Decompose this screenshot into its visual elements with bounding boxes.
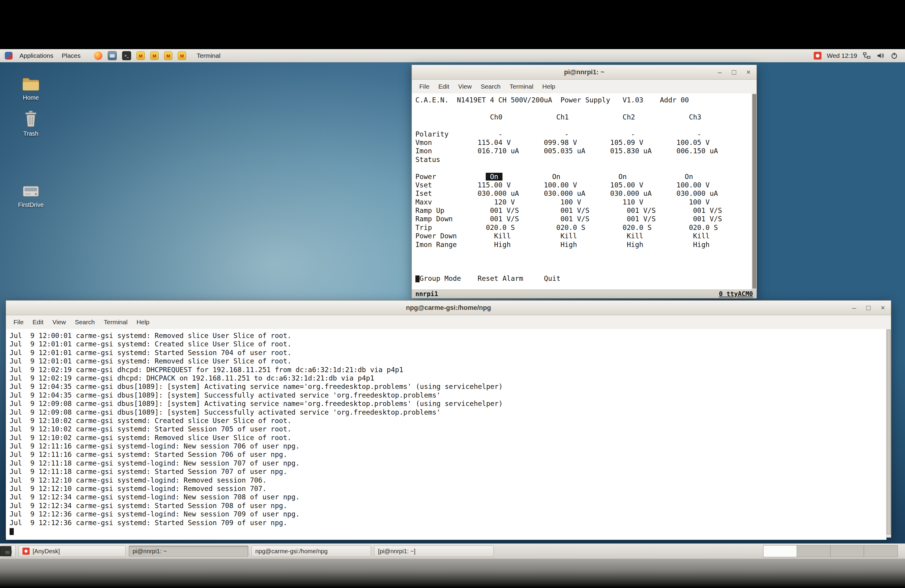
terminal-line (415, 121, 752, 130)
workspace-1[interactable] (764, 545, 797, 557)
terminal-line: Jul 9 12:02:19 carme-gsi dhcpd: DHCPACK … (10, 374, 886, 382)
terminal-line (415, 104, 752, 113)
terminal-line (415, 257, 752, 265)
status-host: nnrpi1 (415, 291, 438, 297)
desktop-icon-home[interactable]: Home (8, 77, 53, 101)
volume-icon[interactable] (876, 51, 884, 60)
maximize-button[interactable]: □ (732, 65, 736, 79)
minimize-button[interactable]: – (718, 65, 722, 79)
terminal-line: Jul 9 12:10:02 carme-gsi systemd: Remove… (10, 434, 886, 442)
m-app-launcher-icon-2[interactable]: M (150, 51, 159, 60)
clock[interactable]: Wed 12:19 (827, 52, 857, 59)
distro-menu-icon[interactable] (5, 52, 13, 60)
terminal-line: Jul 9 12:12:34 carme-gsi systemd-logind:… (10, 493, 886, 501)
taskbar-item-pi-nnrpi1-minimized[interactable]: [pi@nnrpi1: ~] (374, 545, 494, 557)
terminal-line: Trip 020.0 S 020.0 S 020.0 S 020.0 S (415, 223, 752, 232)
m-app-launcher-icon-4[interactable]: M (178, 51, 186, 60)
menu-file[interactable]: File (415, 83, 434, 90)
system-tray: Wed 12:19 (814, 51, 905, 60)
taskbar-item-label: npg@carme-gsi:/home/npg (255, 548, 328, 555)
terminal-line: Jul 9 12:01:01 carme-gsi systemd: Create… (10, 340, 886, 348)
menu-help[interactable]: Help (538, 83, 560, 90)
terminal-line: Jul 9 12:11:18 carme-gsi systemd: Starte… (10, 467, 886, 476)
m-app-launcher-icon-3[interactable]: M (164, 51, 172, 60)
desktop-icon-label: FirstDrive (18, 202, 44, 208)
terminal-line: Jul 9 12:01:01 carme-gsi systemd: Starte… (10, 348, 886, 357)
terminal-line: Jul 9 12:01:01 carme-gsi systemd: Remove… (10, 357, 886, 365)
menu-view[interactable]: View (48, 319, 70, 326)
files-launcher-icon[interactable] (108, 51, 117, 60)
close-button[interactable]: × (746, 65, 751, 79)
terminal-line: Power On On On On (415, 172, 752, 181)
terminal-screen[interactable]: C.A.E.N. N1419ET 4 CH 500V/200uA Power S… (412, 94, 752, 284)
maximize-button[interactable]: □ (866, 300, 870, 315)
scrollbar[interactable] (752, 94, 757, 290)
menu-edit[interactable]: Edit (28, 319, 48, 326)
terminal-line: Jul 9 12:10:02 carme-gsi systemd: Create… (10, 416, 886, 425)
terminal-line: Jul 9 12:11:16 carme-gsi systemd: Starte… (10, 450, 886, 459)
terminal-line: Vset 115.00 V 100.00 V 105.00 V 100.00 V (415, 181, 752, 189)
desktop-icon-label: Trash (23, 130, 38, 137)
terminal-line: Polarity - - - - (415, 130, 752, 138)
taskbar-item-label: [AnyDesk] (33, 548, 60, 555)
menu-applications[interactable]: Applications (15, 49, 57, 62)
titlebar[interactable]: pi@nnrpi1: ~ – □ × (412, 65, 757, 79)
terminal-window-pi-nnrpi1: pi@nnrpi1: ~ – □ × File Edit View Search… (411, 65, 757, 299)
status-tty: 0 ttyACM0 (719, 291, 753, 297)
screen: Applications Places >_ M M M M Terminal … (0, 0, 905, 588)
firefox-launcher-icon[interactable] (94, 51, 102, 60)
terminal-line: Jul 9 12:12:36 carme-gsi systemd-logind:… (10, 510, 886, 518)
workspace-2[interactable] (797, 545, 830, 557)
menu-search[interactable]: Search (70, 319, 99, 326)
menu-help[interactable]: Help (132, 319, 154, 326)
window-title: npg@carme-gsi:/home/npg (6, 304, 891, 311)
menu-search[interactable]: Search (476, 83, 505, 90)
terminal-cursor (415, 275, 419, 282)
anydesk-icon (22, 548, 30, 555)
power-icon[interactable] (890, 51, 899, 60)
menu-view[interactable]: View (454, 83, 476, 90)
menu-edit[interactable]: Edit (434, 83, 454, 90)
desktop-icon-firstdrive[interactable]: FirstDrive (8, 184, 53, 208)
desktop-icon-label: Home (23, 94, 39, 101)
terminal-line: Jul 9 12:12:36 carme-gsi systemd: Starte… (10, 518, 886, 527)
taskbar-item-npg-carme-gsi[interactable]: npg@carme-gsi:/home/npg (251, 545, 371, 557)
taskbar-item-pi-nnrpi1[interactable]: pi@nnrpi1: ~ (129, 545, 248, 557)
desktop-icon-trash[interactable]: Trash (8, 110, 53, 137)
network-icon[interactable] (862, 51, 871, 60)
terminal-line: Power Down Kill Kill Kill Kill (415, 232, 752, 240)
anydesk-tray-icon[interactable] (814, 52, 821, 60)
workspace-3[interactable] (830, 545, 864, 557)
menu-file[interactable]: File (9, 319, 28, 326)
terminal-line: C.A.E.N. N1419ET 4 CH 500V/200uA Power S… (415, 96, 752, 104)
terminal-line: Jul 9 12:04:35 carme-gsi dbus[1089]: [sy… (10, 382, 886, 391)
terminal-line (415, 164, 752, 172)
workspace-4[interactable] (864, 545, 897, 557)
menubar: File Edit View Search Terminal Help (6, 315, 891, 329)
terminal-line (415, 266, 752, 274)
terminal-line: Jul 9 12:12:10 carme-gsi systemd-logind:… (10, 476, 886, 485)
terminal-line: Ch0 Ch1 Ch2 Ch3 (415, 113, 752, 121)
titlebar[interactable]: npg@carme-gsi:/home/npg – □ × (6, 300, 891, 315)
terminal-line (415, 249, 752, 257)
terminal-screen[interactable]: Jul 9 12:00:01 carme-gsi systemd: Remove… (6, 329, 886, 540)
terminal-launcher-icon[interactable]: >_ (122, 51, 131, 60)
window-controls: – □ × (718, 65, 757, 79)
terminal-line: Maxv 120 V 100 V 110 V 100 V (415, 198, 752, 206)
scrollbar[interactable] (886, 329, 891, 537)
terminal-line: Jul 9 12:02:19 carme-gsi dhcpd: DHCPREQU… (10, 366, 886, 374)
window-title: pi@nnrpi1: ~ (412, 68, 757, 76)
terminal-line: Iset 030.000 uA 030.000 uA 030.000 uA 03… (415, 189, 752, 198)
menu-terminal[interactable]: Terminal (99, 319, 132, 326)
m-app-launcher-icon-1[interactable]: M (137, 51, 145, 60)
minimize-button[interactable]: – (852, 300, 856, 315)
close-button[interactable]: × (881, 300, 885, 315)
terminal-line: Ramp Down 001 V/S 001 V/S 001 V/S 001 V/… (415, 215, 752, 223)
taskbar-item-anydesk[interactable]: [AnyDesk] (19, 545, 126, 557)
terminal-line: Imon 016.710 uA 005.035 uA 015.830 uA 00… (415, 147, 752, 155)
terminal-line: Ramp Up 001 V/S 001 V/S 001 V/S 001 V/S (415, 206, 752, 215)
drive-icon (8, 184, 53, 200)
menu-terminal[interactable]: Terminal (505, 83, 538, 90)
menubar: File Edit View Search Terminal Help (412, 79, 757, 94)
menu-places[interactable]: Places (57, 49, 85, 62)
